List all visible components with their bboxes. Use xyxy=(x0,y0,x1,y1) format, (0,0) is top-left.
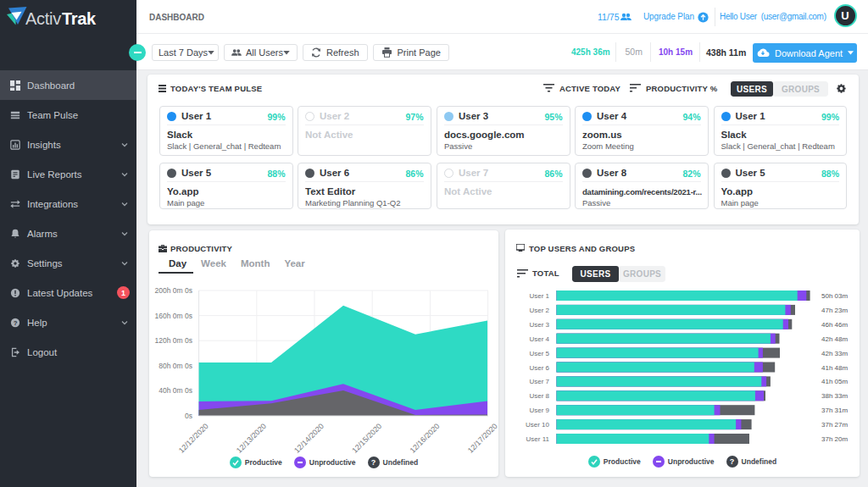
svg-text:80h 0m 0s: 80h 0m 0s xyxy=(159,362,192,370)
svg-text:?: ? xyxy=(14,318,18,326)
svg-text:160h 0m 0s: 160h 0m 0s xyxy=(155,312,192,320)
svg-text:User 11: User 11 xyxy=(526,435,550,443)
svg-text:User 5: User 5 xyxy=(529,350,549,357)
svg-text:42h 48m: 42h 48m xyxy=(821,335,848,343)
svg-text:User 2: User 2 xyxy=(529,307,549,314)
svg-text:37h 27m: 37h 27m xyxy=(821,421,848,429)
svg-text:0s: 0s xyxy=(185,412,192,420)
svg-text:User 7: User 7 xyxy=(529,378,549,385)
svg-text:37h 20m: 37h 20m xyxy=(821,435,848,443)
svg-text:40h 0m 0s: 40h 0m 0s xyxy=(159,386,192,395)
svg-text:38h 33m: 38h 33m xyxy=(821,392,848,400)
svg-text:User 9: User 9 xyxy=(529,407,549,414)
svg-text:12/12/2020: 12/12/2020 xyxy=(177,422,210,455)
svg-text:User 8: User 8 xyxy=(529,392,549,400)
svg-text:120h 0m 0s: 120h 0m 0s xyxy=(155,336,192,345)
svg-text:47h 23m: 47h 23m xyxy=(821,307,848,314)
svg-text:42h 33m: 42h 33m xyxy=(821,350,848,357)
svg-text:User 10: User 10 xyxy=(526,421,550,429)
svg-text:41h 48m: 41h 48m xyxy=(821,364,848,372)
svg-text:User 4: User 4 xyxy=(529,335,549,343)
svg-text:12/13/2020: 12/13/2020 xyxy=(235,422,268,455)
svg-text:12/16/2020: 12/16/2020 xyxy=(409,422,442,455)
svg-text:Activ: Activ xyxy=(25,9,61,28)
svg-text:12/15/2020: 12/15/2020 xyxy=(350,422,383,455)
svg-text:User 6: User 6 xyxy=(529,364,549,372)
svg-text:37h 31m: 37h 31m xyxy=(821,407,848,414)
svg-text:200h 0m 0s: 200h 0m 0s xyxy=(155,286,192,295)
svg-text:User 3: User 3 xyxy=(529,321,549,329)
svg-text:50h 03m: 50h 03m xyxy=(821,292,848,300)
svg-text:Trak: Trak xyxy=(62,9,97,28)
svg-text:46h 46m: 46h 46m xyxy=(821,321,848,329)
svg-text:41h 05m: 41h 05m xyxy=(821,378,848,385)
svg-text:12/14/2020: 12/14/2020 xyxy=(292,422,326,455)
svg-text:User 1: User 1 xyxy=(529,292,549,300)
svg-text:12/17/2020: 12/17/2020 xyxy=(466,422,498,455)
